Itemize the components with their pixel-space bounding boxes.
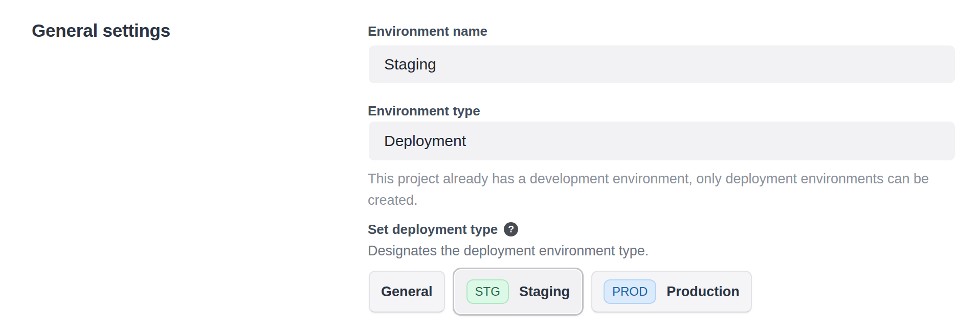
deployment-type-option-staging[interactable]: STG Staging xyxy=(453,268,584,316)
deployment-type-description: Designates the deployment environment ty… xyxy=(368,243,649,259)
environment-type-help-text: This project already has a development e… xyxy=(368,168,929,211)
option-label: Production xyxy=(666,284,740,300)
option-label: Staging xyxy=(519,284,570,300)
staging-badge: STG xyxy=(466,279,509,304)
option-label: General xyxy=(381,284,433,300)
page-title: General settings xyxy=(32,20,170,41)
environment-type-label: Environment type xyxy=(368,102,480,120)
environment-name-input[interactable] xyxy=(369,45,955,83)
deployment-type-label-row: Set deployment type ? xyxy=(368,221,518,238)
environment-type-input[interactable] xyxy=(369,122,955,160)
environment-name-label: Environment name xyxy=(368,22,487,40)
deployment-type-option-production[interactable]: PROD Production xyxy=(591,271,752,313)
settings-form: Environment name Environment type This p… xyxy=(368,0,955,333)
question-mark-icon[interactable]: ? xyxy=(504,222,518,236)
production-badge: PROD xyxy=(604,279,656,304)
deployment-type-option-general[interactable]: General xyxy=(369,271,445,313)
help-text-line: This project already has a development e… xyxy=(368,168,929,189)
deployment-type-label: Set deployment type xyxy=(368,221,498,238)
help-text-line: created. xyxy=(368,189,929,211)
deployment-type-options: General STG Staging PROD Production xyxy=(369,268,752,316)
